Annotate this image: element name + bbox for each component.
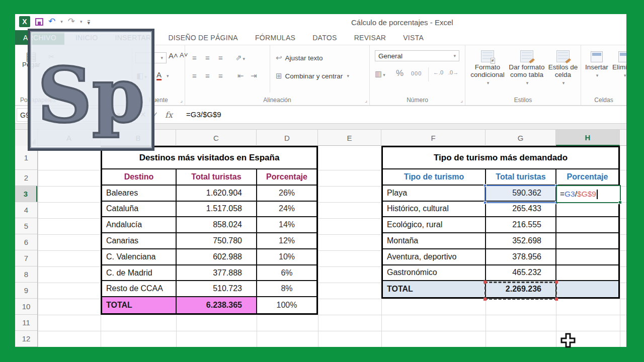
- cell-b10-total[interactable]: TOTAL: [102, 297, 177, 313]
- cell-b6[interactable]: Canarias: [102, 233, 177, 249]
- cell-f8[interactable]: Gastronómico: [383, 265, 486, 282]
- decrease-decimal-icon[interactable]: .0→: [448, 69, 458, 75]
- align-middle-icon[interactable]: ≡: [205, 53, 210, 62]
- row-header-6[interactable]: 6: [15, 234, 37, 250]
- increase-indent-icon[interactable]: ⇥: [251, 71, 257, 80]
- currency-format-icon[interactable]: ▥▾: [375, 69, 385, 78]
- cell-f7[interactable]: Aventura, deportivo: [383, 249, 486, 265]
- cell-b8[interactable]: C. de Madrid: [102, 265, 177, 282]
- cell-c6[interactable]: 750.780: [177, 233, 257, 249]
- range-handle-icon[interactable]: [484, 201, 487, 204]
- column-header-g[interactable]: G: [486, 130, 556, 146]
- cell-d10-total-pct[interactable]: 100%: [257, 297, 316, 313]
- cell-b7[interactable]: C. Valenciana: [102, 249, 177, 265]
- cell-d7[interactable]: 10%: [257, 249, 316, 265]
- tab-vista[interactable]: VISTA: [396, 30, 431, 45]
- tab-revisar[interactable]: REVISAR: [347, 30, 393, 45]
- customize-qat-icon[interactable]: ▾: [88, 20, 91, 25]
- cell-h6[interactable]: [556, 233, 618, 249]
- header-tipo-de-turismo[interactable]: Tipo de turismo: [383, 169, 486, 186]
- cell-f3[interactable]: Playa: [383, 186, 486, 202]
- row-header-10[interactable]: 10: [15, 299, 37, 315]
- column-header-partial[interactable]: [620, 130, 626, 146]
- row-header-11[interactable]: 11: [15, 315, 37, 331]
- fill-handle-icon[interactable]: [618, 201, 622, 204]
- cell-c9[interactable]: 510.723: [177, 281, 257, 297]
- cell-b4[interactable]: Cataluña: [102, 202, 177, 218]
- delete-cells-button[interactable]: Eliminar ▾: [612, 51, 626, 79]
- insert-function-icon[interactable]: fx: [165, 110, 173, 120]
- dialog-launcher-icon[interactable]: ⌟: [365, 98, 367, 103]
- cell-g7[interactable]: 378.956: [486, 249, 556, 265]
- cell-d8[interactable]: 6%: [257, 265, 316, 282]
- cell-f6[interactable]: Montaña: [383, 233, 486, 249]
- cell-c8[interactable]: 377.888: [177, 265, 257, 282]
- format-as-table-button[interactable]: Dar formato como tabla ▾: [508, 50, 546, 87]
- column-header-f[interactable]: F: [381, 130, 486, 146]
- wrap-text-button[interactable]: ↩ Ajustar texto: [276, 53, 323, 62]
- row-header-3[interactable]: 3: [15, 186, 37, 202]
- cell-b3[interactable]: Baleares: [102, 186, 177, 202]
- redo-dropdown-icon[interactable]: ▾: [80, 19, 83, 24]
- percent-format-icon[interactable]: %: [396, 68, 404, 78]
- undo-icon[interactable]: ↶: [48, 18, 55, 26]
- save-icon[interactable]: [35, 18, 43, 26]
- cell-d3[interactable]: 26%: [257, 186, 316, 202]
- row-header-8[interactable]: 8: [15, 266, 37, 283]
- merge-center-button[interactable]: ⊞ Combinar y centrar ▾: [276, 71, 349, 80]
- align-right-icon[interactable]: ≡: [218, 71, 223, 80]
- align-bottom-icon[interactable]: ≡: [218, 53, 223, 62]
- column-header-c[interactable]: C: [176, 130, 257, 146]
- tab-datos[interactable]: DATOS: [305, 30, 344, 45]
- cell-d9[interactable]: 8%: [257, 281, 316, 297]
- cell-b9[interactable]: Resto de CCAA: [102, 281, 177, 297]
- row-header-4[interactable]: 4: [15, 202, 37, 218]
- increase-font-icon[interactable]: A˄: [169, 51, 178, 60]
- dialog-launcher-icon[interactable]: ⌟: [180, 98, 183, 103]
- column-header-d[interactable]: D: [257, 130, 318, 146]
- formula-input[interactable]: =G3/$G$9: [186, 110, 221, 119]
- align-top-icon[interactable]: ≡: [192, 53, 197, 62]
- cell-f4[interactable]: Histórico, cultural: [383, 202, 486, 218]
- cell-d4[interactable]: 24%: [257, 202, 316, 218]
- thousands-format-icon[interactable]: 000: [411, 70, 422, 76]
- orientation-icon[interactable]: ⇗▾: [235, 53, 245, 62]
- cell-c5[interactable]: 858.024: [177, 217, 257, 233]
- cell-h8[interactable]: [556, 265, 618, 282]
- decrease-indent-icon[interactable]: ⇤: [237, 71, 244, 80]
- cell-f5[interactable]: Ecológico, rural: [383, 217, 486, 233]
- row-header-12[interactable]: 12: [15, 331, 37, 347]
- align-center-icon[interactable]: ≡: [205, 71, 210, 80]
- number-format-box[interactable]: General ▾: [375, 50, 459, 61]
- header-total-turistas-2[interactable]: Total turistas: [486, 169, 556, 186]
- cell-h5[interactable]: [556, 217, 618, 233]
- tourism-table-title[interactable]: Tipo de turismo más demandado: [383, 147, 618, 169]
- cell-c10-total-value[interactable]: 6.238.365: [177, 297, 257, 313]
- header-porcentaje[interactable]: Porcentaje: [257, 169, 316, 186]
- cell-g6[interactable]: 352.698: [486, 233, 556, 249]
- cell-g5[interactable]: 216.555: [486, 217, 556, 233]
- cell-g4[interactable]: 265.433: [486, 202, 556, 218]
- cell-g8[interactable]: 465.232: [486, 265, 556, 282]
- row-header-2[interactable]: 2: [15, 170, 37, 186]
- cell-f9-total[interactable]: TOTAL: [383, 281, 486, 297]
- cell-c7[interactable]: 602.988: [177, 249, 257, 265]
- range-handle-icon[interactable]: [484, 184, 487, 187]
- undo-dropdown-icon[interactable]: ▾: [60, 19, 63, 24]
- conditional-formatting-button[interactable]: ≠ Formato condicional ▾: [469, 50, 506, 87]
- insert-cells-button[interactable]: Insertar ▾: [585, 51, 608, 79]
- header-total-turistas[interactable]: Total turistas: [177, 169, 257, 186]
- cell-h9[interactable]: [556, 281, 618, 297]
- excel-logo-icon[interactable]: X: [19, 16, 30, 27]
- header-porcentaje-2[interactable]: Porcentaje: [556, 169, 618, 186]
- row-header-5[interactable]: 5: [15, 218, 37, 234]
- tab-formulas[interactable]: FÓRMULAS: [248, 30, 302, 45]
- column-header-e[interactable]: E: [318, 130, 381, 146]
- column-header-h[interactable]: H: [556, 130, 620, 146]
- row-header-9[interactable]: 9: [15, 283, 37, 299]
- align-left-icon[interactable]: ≡: [192, 71, 197, 80]
- cell-c4[interactable]: 1.517.058: [177, 202, 257, 218]
- font-color-icon[interactable]: A: [156, 70, 162, 80]
- header-destino[interactable]: Destino: [102, 169, 177, 186]
- cell-d5[interactable]: 14%: [257, 217, 316, 233]
